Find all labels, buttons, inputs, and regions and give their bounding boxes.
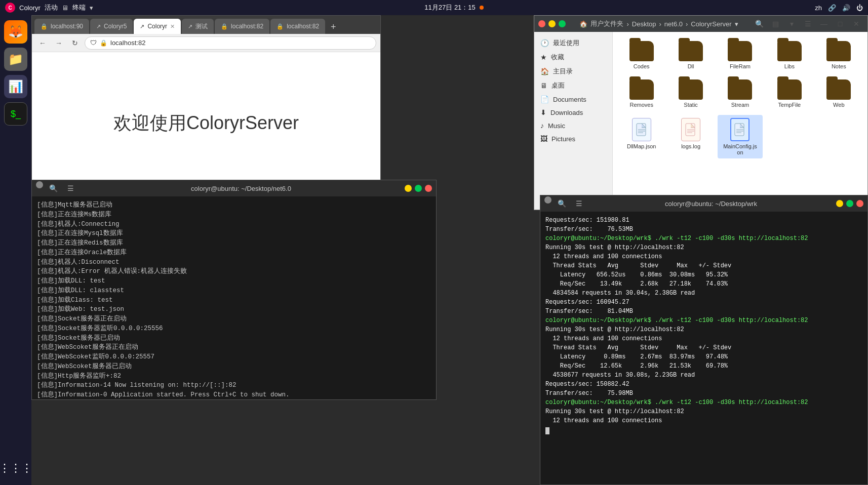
left-dock: 🦊 📁 📊 $_ ⋮⋮⋮: [0, 15, 31, 485]
fm-file-item[interactable]: logs.log: [668, 115, 713, 158]
activities-menu[interactable]: 活动: [45, 3, 58, 12]
sidebar-item-starred[interactable]: ★ 收藏: [534, 50, 612, 64]
fm-breadcrumb-server[interactable]: ColoryrServer: [691, 20, 731, 28]
fm-minimize-button[interactable]: [548, 20, 556, 27]
folder-icon: [629, 79, 654, 100]
monitor-icon: 📊: [8, 79, 23, 94]
term1-maximize[interactable]: [415, 185, 422, 192]
sidebar-item-downloads[interactable]: ⬇ Downloads: [534, 106, 612, 119]
address-bar[interactable]: 🛡 🔒 localhost:82: [85, 36, 376, 50]
new-tab-button[interactable]: +: [326, 20, 340, 34]
terminal-menu[interactable]: 终端: [72, 3, 86, 12]
status-dot: [480, 6, 484, 10]
fm-close-btn2[interactable]: ✕: [849, 17, 863, 31]
address-text: localhost:82: [110, 39, 145, 47]
terminal-line: [信息]Mqtt服务器已启动: [37, 200, 431, 210]
fm-close-button[interactable]: [538, 20, 545, 27]
term2-menu[interactable]: ☰: [572, 196, 586, 211]
fm-view-list-button[interactable]: ▤: [768, 17, 782, 31]
fm-item-name: Libs: [784, 63, 795, 69]
fm-window-buttons: [538, 20, 566, 27]
folder-icon: [826, 41, 851, 61]
fm-breadcrumb-home[interactable]: 用户文件夹: [590, 19, 623, 28]
term2-close[interactable]: [856, 200, 863, 207]
fm-file-item[interactable]: Dll: [668, 38, 713, 72]
tab-localhost82-2[interactable]: 🔒 localhost:82: [270, 19, 325, 34]
tab-localhost82-1[interactable]: 🔒 localhost:82: [215, 19, 269, 34]
fm-file-item[interactable]: MainConfig.json: [718, 115, 763, 158]
sidebar-item-desktop[interactable]: 🖥 桌面: [534, 78, 612, 93]
sidebar-item-music[interactable]: ♪ Music: [534, 119, 612, 132]
documents-icon: 📄: [540, 95, 549, 103]
back-button[interactable]: ←: [36, 36, 49, 50]
power-icon[interactable]: ⏻: [856, 4, 863, 12]
fm-maximize-btn2[interactable]: □: [833, 17, 847, 31]
dock-terminal[interactable]: $_: [4, 102, 27, 126]
desktop-icon: 🖥: [540, 82, 547, 90]
sidebar-item-home[interactable]: 🏠 主目录: [534, 64, 612, 78]
fm-file-item[interactable]: TempFile: [767, 76, 812, 111]
fm-breadcrumb-desktop[interactable]: Desktop: [632, 20, 656, 28]
sidebar-label-desktop: 桌面: [551, 81, 565, 90]
terminal-window-2: 🔍 ☰ coloryr@ubuntu: ~/Desktop/wrk Reques…: [540, 195, 868, 485]
lang-indicator[interactable]: zh: [815, 4, 822, 12]
terminal-line: [信息]Information-14 Now listening on: htt…: [37, 381, 431, 390]
term2-search[interactable]: 🔍: [555, 196, 569, 211]
term2-maximize[interactable]: [846, 200, 853, 207]
term1-search[interactable]: 🔍: [46, 181, 60, 195]
term1-btn1[interactable]: [36, 181, 43, 188]
fm-file-item[interactable]: Libs: [767, 38, 812, 72]
sidebar-item-documents[interactable]: 📄 Documents: [534, 93, 612, 106]
folder-icon: [679, 41, 703, 61]
terminal-line: [信息]加载Class: test: [37, 296, 431, 305]
fm-menu-button[interactable]: ☰: [801, 17, 815, 31]
fm-file-item[interactable]: Notes: [816, 38, 861, 72]
fm-item-name: Stream: [731, 102, 749, 108]
terminal-line: [信息]Socket服务器监听0.0.0.0:25556: [37, 324, 431, 334]
dock-monitor[interactable]: 📊: [4, 75, 27, 98]
tab-coloryr5[interactable]: ↗ Coloryr5: [90, 19, 133, 34]
tab-label-3: 测试: [195, 22, 208, 31]
refresh-button[interactable]: ↻: [68, 36, 82, 50]
tab-localhost90[interactable]: 🔒 localhost:90: [34, 19, 89, 34]
sidebar-item-pictures[interactable]: 🖼 Pictures: [534, 132, 612, 145]
fm-file-item[interactable]: Web: [816, 76, 861, 111]
fm-file-item[interactable]: Removes: [619, 76, 664, 111]
dock-grid[interactable]: ⋮⋮⋮: [4, 457, 27, 480]
term1-close[interactable]: [425, 185, 432, 192]
fm-file-item[interactable]: Codes: [619, 38, 664, 72]
fm-file-item[interactable]: FileRam: [718, 38, 763, 72]
tab-label-4: localhost:82: [231, 23, 263, 30]
fm-maximize-button[interactable]: [559, 20, 566, 27]
terminal2-title: coloryr@ubuntu: ~/Desktop/wrk: [586, 200, 836, 208]
fm-search-button[interactable]: 🔍: [752, 17, 766, 31]
network-icon: 🔗: [828, 4, 836, 12]
tab-label-5: localhost:82: [287, 23, 319, 30]
tab-coloryr-active[interactable]: ↗ Coloryr ✕: [134, 19, 181, 34]
fm-file-item[interactable]: DllMap.json: [619, 115, 664, 158]
forward-button[interactable]: →: [52, 36, 65, 50]
tab-close-2[interactable]: ✕: [170, 23, 175, 30]
dock-firefox[interactable]: 🦊: [4, 20, 27, 44]
fm-file-item[interactable]: Static: [668, 76, 713, 111]
term1-minimize[interactable]: [405, 185, 412, 192]
sidebar-item-recent[interactable]: 🕐 最近使用: [534, 36, 612, 50]
term1-menu[interactable]: ☰: [63, 181, 77, 195]
fm-sidebar: 🕐 最近使用 ★ 收藏 🏠 主目录 🖥 桌面 📄 Documents ⬇ D: [534, 32, 613, 210]
term2-minimize[interactable]: [836, 200, 843, 207]
fm-file-item[interactable]: Stream: [718, 76, 763, 111]
fm-breadcrumb-dropdown[interactable]: ▾: [735, 20, 738, 28]
fm-breadcrumb-net6[interactable]: net6.0: [664, 20, 683, 28]
tab-test[interactable]: ↗ 测试: [182, 19, 214, 34]
sidebar-label-recent: 最近使用: [553, 38, 579, 48]
dock-files[interactable]: 📁: [4, 48, 27, 71]
folder-icon: [728, 41, 752, 61]
fm-toolbar-right: 🔍 ▤ ▾ ☰ — □ ✕: [752, 17, 863, 31]
fm-view-grid-button[interactable]: ▾: [784, 17, 799, 31]
terminal-dropdown[interactable]: ▾: [90, 4, 93, 12]
folder-icon: [679, 79, 703, 100]
fm-item-name: MainConfig.json: [722, 143, 758, 155]
term2-btn1[interactable]: [544, 196, 551, 204]
fm-minimize-btn2[interactable]: —: [817, 17, 831, 31]
fm-item-name: TempFile: [778, 102, 801, 108]
